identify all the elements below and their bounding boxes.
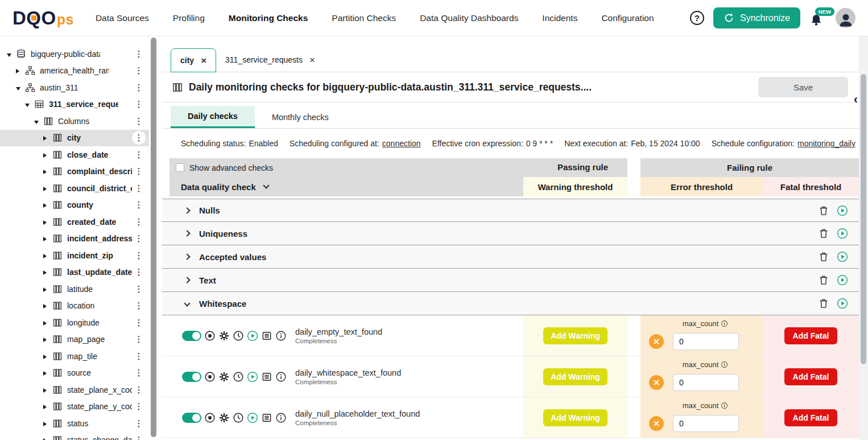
disable-check-icon[interactable] bbox=[204, 412, 216, 423]
nav-item-monitoring-checks[interactable]: Monitoring Checks bbox=[229, 13, 308, 23]
tree-item-table[interactable]: 311_service_requests⋮ bbox=[0, 96, 149, 113]
expand-arrow-icon[interactable] bbox=[43, 352, 51, 361]
expand-arrow-icon[interactable] bbox=[43, 335, 51, 344]
expand-arrow-icon[interactable] bbox=[43, 285, 51, 294]
kebab-menu-icon[interactable]: ⋮ bbox=[132, 232, 146, 245]
settings-icon[interactable] bbox=[218, 371, 230, 383]
tree-item-columns[interactable]: Columns⋮ bbox=[0, 113, 149, 130]
kebab-menu-icon[interactable]: ⋮ bbox=[132, 282, 146, 296]
expand-arrow-icon[interactable] bbox=[43, 318, 51, 327]
tree-item-column[interactable]: longitude⋮ bbox=[0, 314, 149, 331]
category-row-accepted-values[interactable]: Accepted values bbox=[162, 245, 859, 269]
tree-item-column[interactable]: incident_address⋮ bbox=[0, 231, 149, 248]
kebab-menu-icon[interactable]: ⋮ bbox=[132, 417, 146, 430]
tree-item-column[interactable]: created_date⋮ bbox=[0, 213, 149, 231]
synchronize-button[interactable]: Synchronize bbox=[713, 7, 800, 28]
nav-item-data-sources[interactable]: Data Sources bbox=[96, 13, 149, 23]
run-category-icon[interactable] bbox=[837, 251, 848, 262]
run-check-icon[interactable] bbox=[247, 371, 258, 383]
expand-arrow-icon[interactable] bbox=[43, 234, 51, 243]
chevron-right-icon[interactable] bbox=[184, 253, 190, 260]
run-check-icon[interactable] bbox=[247, 412, 258, 423]
sidebar-scrollbar[interactable] bbox=[151, 38, 156, 437]
add-fatal-button[interactable]: Add Fatal bbox=[784, 368, 837, 385]
trash-icon[interactable] bbox=[818, 274, 829, 286]
main-scrollbar[interactable] bbox=[859, 36, 868, 440]
tree-item-schema[interactable]: america_health_rankings⋮ bbox=[0, 63, 149, 80]
nav-item-profiling[interactable]: Profiling bbox=[173, 13, 205, 23]
chevron-right-icon[interactable] bbox=[184, 207, 190, 213]
tree-item-column[interactable]: location⋮ bbox=[0, 298, 149, 315]
category-row-whitespace[interactable]: Whitespace bbox=[162, 292, 859, 315]
tree-item-column[interactable]: council_district_co⋮ bbox=[0, 180, 149, 197]
nav-item-incidents[interactable]: Incidents bbox=[542, 13, 577, 23]
info-icon[interactable] bbox=[275, 412, 287, 423]
kebab-menu-icon[interactable]: ⋮ bbox=[132, 182, 146, 195]
kebab-menu-icon[interactable]: ⋮ bbox=[132, 47, 146, 61]
expand-arrow-icon[interactable] bbox=[43, 150, 51, 159]
max-count-input[interactable] bbox=[673, 415, 739, 432]
expand-arrow-icon[interactable] bbox=[43, 217, 51, 227]
save-button[interactable]: Save bbox=[758, 77, 848, 97]
add-fatal-button[interactable]: Add Fatal bbox=[784, 327, 837, 344]
kebab-menu-icon[interactable]: ⋮ bbox=[132, 400, 146, 413]
collapse-arrow-icon[interactable] bbox=[7, 50, 15, 59]
kebab-menu-icon[interactable]: ⋮ bbox=[132, 366, 146, 380]
main-scrollbar-thumb[interactable] bbox=[861, 74, 866, 364]
kebab-menu-icon[interactable]: ⋮ bbox=[132, 215, 146, 229]
tree-item-column[interactable]: state_plane_y_coord⋮ bbox=[0, 398, 149, 416]
tree-item-column[interactable]: state_plane_x_coord⋮ bbox=[0, 381, 149, 398]
nav-item-data-quality-dashboards[interactable]: Data Quality Dashboards bbox=[420, 13, 518, 23]
nav-item-configuration[interactable]: Configuration bbox=[601, 13, 654, 23]
schedule-icon[interactable] bbox=[233, 371, 244, 383]
category-row-text[interactable]: Text bbox=[162, 269, 859, 292]
kebab-menu-icon[interactable]: ⋮ bbox=[132, 265, 146, 279]
kebab-menu-icon[interactable]: ⋮ bbox=[132, 148, 146, 162]
tab-daily-checks[interactable]: Daily checks bbox=[171, 106, 255, 128]
tree-item-column[interactable]: status⋮ bbox=[0, 415, 149, 432]
dqops-logo[interactable]: DQOps bbox=[13, 7, 74, 29]
tree-item-column[interactable]: status_change_date⋮ bbox=[0, 432, 149, 440]
run-category-icon[interactable] bbox=[837, 298, 848, 309]
close-icon[interactable]: × bbox=[201, 56, 206, 65]
info-icon[interactable] bbox=[275, 371, 287, 383]
info-icon[interactable] bbox=[721, 402, 728, 409]
kebab-menu-icon[interactable]: ⋮ bbox=[132, 383, 146, 397]
tree-item-column[interactable]: map_tile⋮ bbox=[0, 348, 149, 365]
info-icon[interactable] bbox=[721, 361, 728, 368]
chevron-right-icon[interactable] bbox=[184, 230, 190, 236]
add-warning-button[interactable]: Add Warning bbox=[543, 409, 607, 426]
run-category-icon[interactable] bbox=[837, 205, 848, 216]
kebab-menu-icon[interactable]: ⋮ bbox=[132, 433, 146, 440]
enable-check-toggle[interactable] bbox=[182, 372, 201, 382]
tree-item-column-city[interactable]: city⋮ bbox=[0, 130, 149, 147]
kebab-menu-icon[interactable]: ⋮ bbox=[132, 165, 146, 178]
connection-link[interactable]: connection bbox=[382, 139, 421, 148]
kebab-menu-icon[interactable]: ⋮ bbox=[132, 131, 146, 145]
settings-icon[interactable] bbox=[218, 412, 230, 423]
tree-item-column[interactable]: last_update_date⋮ bbox=[0, 264, 149, 281]
run-check-icon[interactable] bbox=[247, 330, 258, 342]
expand-arrow-icon[interactable] bbox=[43, 167, 51, 176]
help-icon[interactable]: ? bbox=[690, 11, 704, 25]
kebab-menu-icon[interactable]: ⋮ bbox=[132, 332, 146, 346]
chevron-right-icon[interactable] bbox=[184, 277, 190, 283]
clear-error-rule-icon[interactable] bbox=[649, 416, 664, 431]
run-category-icon[interactable] bbox=[837, 274, 848, 286]
enable-check-toggle[interactable] bbox=[182, 413, 201, 423]
doc-tab-311-service-requests[interactable]: 311_service_requests × bbox=[216, 48, 324, 72]
expand-arrow-icon[interactable] bbox=[43, 184, 51, 193]
max-count-input[interactable] bbox=[673, 333, 739, 350]
kebab-menu-icon[interactable]: ⋮ bbox=[132, 114, 146, 128]
expand-arrow-icon[interactable] bbox=[43, 133, 51, 142]
tree-item-connection[interactable]: bigquery-public-data⋮ bbox=[0, 46, 149, 63]
kebab-menu-icon[interactable]: ⋮ bbox=[132, 81, 146, 94]
add-warning-button[interactable]: Add Warning bbox=[543, 327, 607, 344]
info-icon[interactable] bbox=[721, 320, 728, 327]
run-category-icon[interactable] bbox=[837, 228, 848, 239]
settings-icon[interactable] bbox=[218, 330, 230, 342]
nav-item-partition-checks[interactable]: Partition Checks bbox=[332, 13, 396, 23]
close-icon[interactable]: × bbox=[309, 55, 315, 65]
tree-item-column[interactable]: map_page⋮ bbox=[0, 331, 149, 348]
expand-arrow-icon[interactable] bbox=[43, 402, 51, 411]
